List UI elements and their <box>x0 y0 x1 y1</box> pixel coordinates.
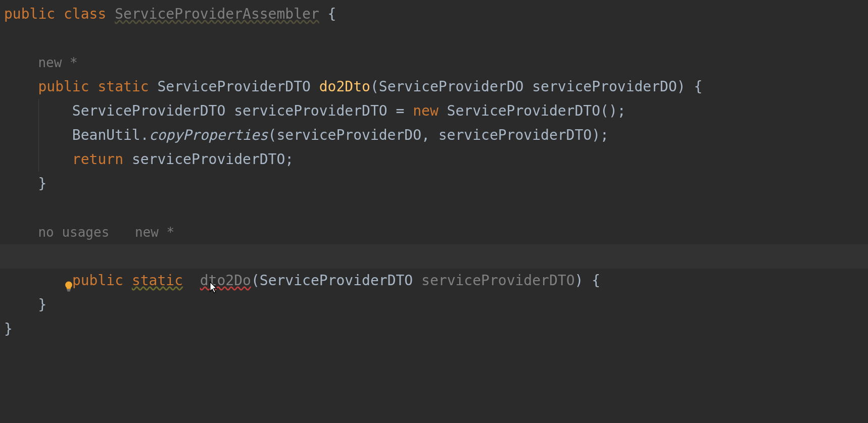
keyword-return: return <box>72 151 123 168</box>
keyword-public: public <box>4 6 55 22</box>
keyword-static: static <box>98 78 149 95</box>
keyword-class: class <box>64 6 106 22</box>
code-line[interactable] <box>0 196 868 220</box>
code-line[interactable]: } <box>0 172 868 196</box>
vcs-hint: new * <box>135 225 174 240</box>
op: = <box>388 102 413 119</box>
code-line[interactable] <box>0 26 868 50</box>
brace: } <box>38 296 46 313</box>
indent-guide <box>38 99 39 123</box>
inlay-hint-line[interactable]: new * <box>0 50 868 75</box>
args: (serviceProviderDO, serviceProviderDTO); <box>268 127 609 143</box>
indent-guide <box>38 147 39 172</box>
dot: . <box>140 127 149 143</box>
code-line[interactable]: BeanUtil.copyProperties(serviceProviderD… <box>0 123 868 147</box>
usages-hint[interactable]: no usages <box>38 225 109 240</box>
keyword-public: public <box>38 78 89 95</box>
code-line[interactable]: ServiceProviderDTO serviceProviderDTO = … <box>0 99 868 123</box>
code-line-active[interactable]: public static dto2Do(ServiceProviderDTO … <box>0 244 868 269</box>
vcs-hint: new * <box>38 55 77 70</box>
paren-brace: ) { <box>677 78 703 95</box>
constructor: ServiceProviderDTO <box>447 102 600 119</box>
brace: } <box>38 175 46 192</box>
code-line[interactable]: } <box>0 293 868 317</box>
intention-bulb-icon[interactable] <box>12 251 23 262</box>
class-name: ServiceProviderAssembler <box>115 6 319 22</box>
type: ServiceProviderDTO <box>72 102 225 119</box>
static-method: copyProperties <box>149 127 268 143</box>
class-ref: BeanUtil <box>72 127 140 143</box>
keyword-new: new <box>413 102 439 119</box>
semicolon: ; <box>285 151 294 168</box>
tail: (); <box>600 102 626 119</box>
param-type: ServiceProviderDO <box>379 78 524 95</box>
paren: ( <box>370 78 379 95</box>
code-editor[interactable]: public class ServiceProviderAssembler { … <box>0 0 868 423</box>
code-line[interactable] <box>0 269 868 293</box>
code-line[interactable]: public class ServiceProviderAssembler { <box>0 2 868 26</box>
brace: } <box>4 321 13 337</box>
inlay-hint-line[interactable]: no usages new * <box>0 220 868 244</box>
mouse-cursor-icon <box>158 253 168 267</box>
code-line[interactable]: public static ServiceProviderDTO do2Dto(… <box>0 75 868 99</box>
variable: serviceProviderDTO <box>132 151 285 168</box>
return-type: ServiceProviderDTO <box>157 78 310 95</box>
brace: { <box>319 6 336 22</box>
code-line[interactable]: } <box>0 317 868 341</box>
code-line[interactable]: return serviceProviderDTO; <box>0 147 868 172</box>
indent-guide <box>38 123 39 147</box>
method-name: do2Dto <box>319 78 370 95</box>
variable: serviceProviderDTO <box>234 102 387 119</box>
param-name: serviceProviderDO <box>532 78 677 95</box>
